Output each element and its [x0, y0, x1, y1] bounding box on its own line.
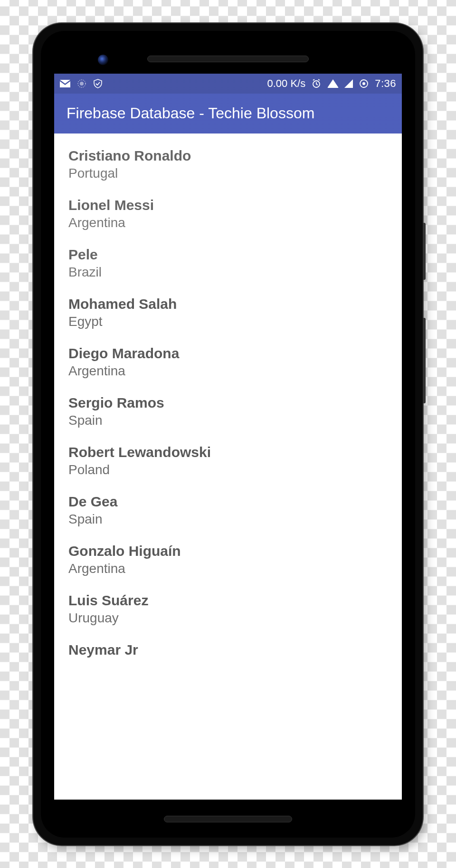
player-country: Spain	[68, 512, 388, 527]
screen: 0.00 K/s 7:36 Firebase Database - Techie…	[54, 74, 402, 800]
player-country: Spain	[68, 413, 388, 428]
status-bar: 0.00 K/s 7:36	[54, 74, 402, 94]
bottom-speaker	[164, 816, 292, 822]
list-item[interactable]: Luis SuárezUruguay	[54, 584, 402, 633]
list-item[interactable]: Mohamed SalahEgypt	[54, 287, 402, 337]
list-item[interactable]: De GeaSpain	[54, 485, 402, 534]
list-item[interactable]: Robert LewandowskiPoland	[54, 436, 402, 485]
svg-point-4	[362, 82, 365, 85]
player-name: Robert Lewandowski	[68, 444, 388, 460]
player-list-container[interactable]: Cristiano RonaldoPortugalLionel MessiArg…	[54, 134, 402, 800]
gmail-icon	[60, 80, 70, 87]
power-button	[423, 223, 426, 280]
list-item[interactable]: Lionel MessiArgentina	[54, 189, 402, 238]
player-name: Gonzalo Higuaín	[68, 543, 388, 559]
list-item[interactable]: Gonzalo HiguaínArgentina	[54, 534, 402, 584]
wifi-icon	[327, 79, 339, 88]
list-item[interactable]: PeleBrazil	[54, 238, 402, 287]
player-name: Cristiano Ronaldo	[68, 148, 388, 164]
list-item[interactable]: Neymar Jr	[54, 633, 402, 666]
player-country: Egypt	[68, 314, 388, 329]
player-name: Sergio Ramos	[68, 395, 388, 411]
player-country: Uruguay	[68, 610, 388, 626]
list-item[interactable]: Sergio RamosSpain	[54, 386, 402, 436]
alarm-icon	[311, 78, 322, 89]
player-country: Portugal	[68, 166, 388, 181]
player-name: Luis Suárez	[68, 592, 388, 609]
player-name: Pele	[68, 247, 388, 263]
app-title: Firebase Database - Techie Blossom	[66, 105, 314, 122]
player-name: Diego Maradona	[68, 345, 388, 362]
list-item[interactable]: Diego MaradonaArgentina	[54, 337, 402, 386]
earpiece-speaker	[147, 56, 309, 62]
player-country: Argentina	[68, 561, 388, 576]
player-country: Poland	[68, 462, 388, 477]
cell-signal-icon	[344, 79, 353, 88]
play-protect-icon	[93, 79, 103, 88]
clock: 7:36	[375, 77, 396, 90]
list-item[interactable]: Cristiano RonaldoPortugal	[54, 139, 402, 189]
player-name: Lionel Messi	[68, 197, 388, 213]
front-camera	[98, 55, 108, 65]
volume-button	[423, 318, 426, 403]
player-name: Neymar Jr	[68, 642, 388, 658]
player-name: De Gea	[68, 494, 388, 510]
svg-point-1	[80, 82, 84, 86]
player-country: Brazil	[68, 265, 388, 280]
phone-frame: 0.00 K/s 7:36 Firebase Database - Techie…	[33, 23, 423, 845]
app-bar: Firebase Database - Techie Blossom	[54, 94, 402, 134]
location-icon	[359, 78, 369, 89]
player-country: Argentina	[68, 215, 388, 230]
loading-icon	[77, 79, 86, 88]
network-speed: 0.00 K/s	[267, 77, 305, 90]
player-name: Mohamed Salah	[68, 296, 388, 312]
player-country: Argentina	[68, 363, 388, 379]
